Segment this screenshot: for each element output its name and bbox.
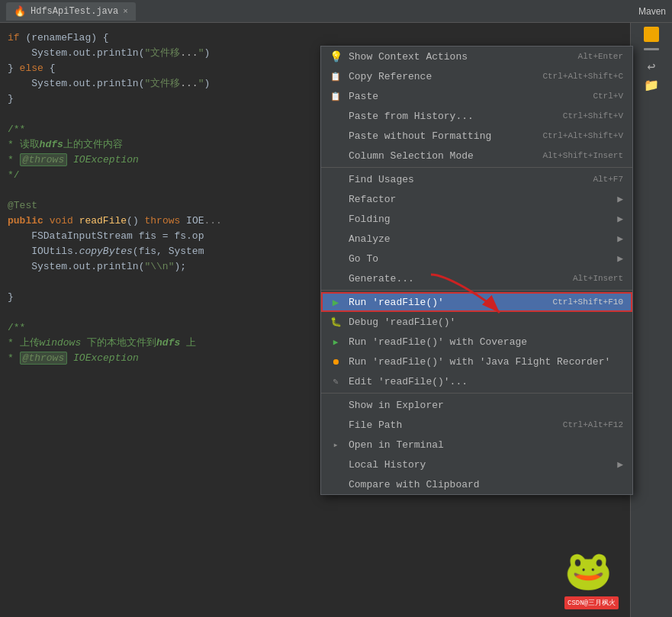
terminal-icon: ▸ — [329, 438, 342, 452]
code-line: /** — [0, 122, 320, 137]
context-menu: 💡 Show Context Actions Alt+Enter 📋 Copy … — [320, 46, 633, 495]
file-icon: 🔥 — [14, 5, 26, 18]
maven-icon[interactable] — [644, 27, 659, 42]
panel-folder-icon[interactable]: 📁 — [644, 78, 659, 93]
menu-label: File Path — [349, 419, 548, 431]
menu-item-analyze[interactable]: Analyze ▶ — [321, 229, 632, 249]
code-editor: if (renameFlag) { System.out.println("文件… — [0, 23, 320, 617]
title-bar-right: Maven — [638, 6, 666, 17]
menu-separator — [321, 167, 632, 168]
shortcut: Alt+Insert — [573, 274, 623, 283]
menu-separator — [321, 290, 632, 291]
menu-label: Show in Explorer — [349, 400, 623, 411]
code-line — [0, 275, 320, 290]
menu-item-refactor[interactable]: Refactor ▶ — [321, 189, 632, 209]
menu-label: Run 'readFile()' with 'Java Flight Recor… — [349, 356, 623, 368]
code-line — [0, 305, 320, 320]
close-tab-button[interactable]: × — [123, 7, 128, 16]
code-line: * 读取hdfs上的文件内容 — [0, 137, 320, 153]
shortcut: Ctrl+V — [593, 92, 623, 101]
code-line: } else { — [0, 61, 320, 76]
menu-item-paste-from-history[interactable]: Paste from History... Ctrl+Shift+V — [321, 106, 632, 126]
code-line: System.out.println("\\n"); — [0, 259, 320, 275]
menu-label: Run 'readFile()' — [349, 297, 538, 308]
menu-item-run-readfile[interactable]: ▶ Run 'readFile()' Ctrl+Shift+F10 — [321, 292, 632, 312]
menu-label: Open in Terminal — [349, 439, 623, 451]
menu-separator — [321, 393, 632, 394]
menu-item-go-to[interactable]: Go To ▶ — [321, 249, 632, 268]
title-bar: 🔥 HdfsApiTest.java × Maven — [0, 0, 672, 23]
editor-tab[interactable]: 🔥 HdfsApiTest.java × — [6, 2, 136, 21]
code-line: public void readFile() throws IOE... — [0, 214, 320, 229]
menu-item-run-recorder[interactable]: ⏺ Run 'readFile()' with 'Java Flight Rec… — [321, 352, 632, 371]
code-line — [0, 107, 320, 122]
menu-item-file-path[interactable]: File Path Ctrl+Alt+F12 — [321, 415, 632, 435]
shortcut: Ctrl+Shift+V — [563, 111, 623, 121]
code-line: if (renameFlag) { — [0, 31, 320, 46]
shortcut: Alt+Enter — [578, 52, 623, 61]
menu-label: Local History — [349, 459, 611, 471]
bulb-icon: 💡 — [329, 50, 342, 63]
paste-icon: 📋 — [329, 89, 342, 103]
code-line: System.out.println("文件移...") — [0, 76, 320, 92]
code-line: * @throws IOException — [0, 351, 320, 366]
shortcut: Ctrl+Alt+Shift+C — [542, 72, 623, 81]
menu-item-find-usages[interactable]: Find Usages Alt+F7 — [321, 169, 632, 189]
shortcut: Ctrl+Shift+F10 — [553, 297, 623, 307]
shortcut: Alt+F7 — [593, 175, 623, 184]
menu-item-compare-clipboard[interactable]: Compare with Clipboard — [321, 474, 632, 494]
menu-label: Folding — [349, 214, 611, 225]
menu-item-debug-readfile[interactable]: 🐛 Debug 'readFile()' — [321, 312, 632, 332]
menu-label: Paste from History... — [349, 111, 548, 122]
submenu-arrow: ▶ — [617, 458, 623, 471]
menu-item-show-in-explorer[interactable]: Show in Explorer — [321, 395, 632, 415]
code-line: @Test — [0, 198, 320, 214]
menu-label: Analyze — [349, 233, 611, 245]
menu-label: Debug 'readFile()' — [349, 317, 623, 328]
copy-icon: 📋 — [329, 69, 342, 83]
coverage-icon: ▶ — [329, 335, 342, 349]
menu-label: Paste — [349, 91, 577, 102]
menu-item-folding[interactable]: Folding ▶ — [321, 209, 632, 229]
menu-label: Refactor — [349, 194, 611, 205]
menu-label: Column Selection Mode — [349, 150, 527, 162]
code-line: } — [0, 290, 320, 305]
code-line: System.out.println("文件移...") — [0, 46, 320, 61]
menu-label: Go To — [349, 253, 611, 265]
menu-item-local-history[interactable]: Local History ▶ — [321, 455, 632, 474]
menu-label: Paste without Formatting — [349, 130, 527, 142]
menu-label: Generate... — [349, 273, 558, 284]
code-line: * @throws IOException — [0, 153, 320, 168]
right-panel: ↩ 📁 — [630, 23, 672, 617]
menu-label: Copy Reference — [349, 71, 527, 82]
csdn-decoration: 🐸 CSDN@三月枫火 — [558, 548, 619, 609]
menu-item-paste-without-formatting[interactable]: Paste without Formatting Ctrl+Alt+Shift+… — [321, 126, 632, 146]
code-line: FSDataInputStream fis = fs.op — [0, 229, 320, 244]
submenu-arrow: ▶ — [617, 193, 623, 205]
code-line: IOUtils.copyBytes(fis, System — [0, 244, 320, 259]
menu-item-paste[interactable]: 📋 Paste Ctrl+V — [321, 86, 632, 106]
submenu-arrow: ▶ — [617, 233, 623, 245]
shortcut: Ctrl+Alt+Shift+V — [542, 131, 623, 140]
menu-item-run-coverage[interactable]: ▶ Run 'readFile()' with Coverage — [321, 332, 632, 352]
menu-item-open-in-terminal[interactable]: ▸ Open in Terminal — [321, 435, 632, 455]
code-line: } — [0, 92, 320, 107]
menu-label: Show Context Actions — [349, 51, 563, 63]
menu-item-copy-reference[interactable]: 📋 Copy Reference Ctrl+Alt+Shift+C — [321, 66, 632, 86]
menu-item-column-selection-mode[interactable]: Column Selection Mode Alt+Shift+Insert — [321, 146, 632, 165]
menu-label: Run 'readFile()' with Coverage — [349, 336, 623, 348]
shortcut: Alt+Shift+Insert — [542, 151, 623, 160]
menu-label: Compare with Clipboard — [349, 479, 623, 490]
menu-item-edit-readfile[interactable]: ✎ Edit 'readFile()'... — [321, 371, 632, 391]
recorder-icon: ⏺ — [329, 355, 342, 368]
submenu-arrow: ▶ — [617, 252, 623, 265]
menu-item-generate[interactable]: Generate... Alt+Insert — [321, 268, 632, 288]
panel-action-icon[interactable]: ↩ — [648, 58, 656, 75]
run-icon: ▶ — [329, 295, 342, 309]
menu-item-show-context-actions[interactable]: 💡 Show Context Actions Alt+Enter — [321, 47, 632, 66]
menu-label: Edit 'readFile()'... — [349, 376, 623, 387]
code-line — [0, 183, 320, 198]
panel-divider — [644, 48, 659, 50]
edit-icon: ✎ — [329, 374, 342, 388]
maven-button[interactable]: Maven — [638, 6, 666, 17]
